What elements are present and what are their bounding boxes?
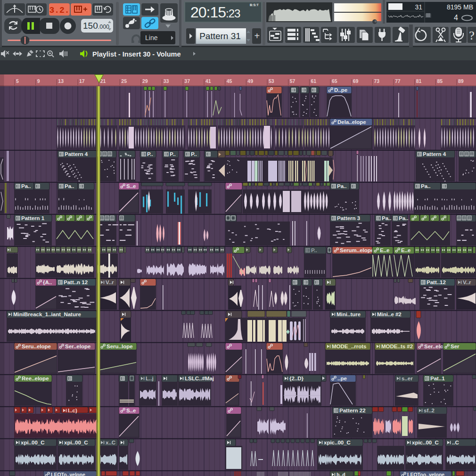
svg-text:..pe: ..pe	[337, 376, 347, 381]
svg-text:Mini..e #2: Mini..e #2	[377, 312, 402, 317]
svg-text:5: 5	[16, 78, 19, 84]
svg-text:P..: P..	[191, 151, 197, 157]
svg-text:L..j: L..j	[146, 376, 154, 381]
svg-text:E..e: E..e	[380, 247, 389, 253]
svg-text:LEOTo..velope: LEOTo..velope	[51, 472, 85, 476]
svg-text:E..e: E..e	[401, 247, 410, 253]
svg-text:69: 69	[353, 78, 359, 84]
svg-text:Pat..1: Pat..1	[430, 376, 445, 381]
svg-text:Pattern 3: Pattern 3	[337, 215, 360, 221]
svg-text:3.2.: 3.2.	[49, 6, 69, 15]
svg-text:Pa..: Pa..	[399, 215, 408, 221]
svg-text:49: 49	[247, 78, 253, 84]
svg-text:85: 85	[437, 78, 443, 84]
svg-text:Serum..elope: Serum..elope	[340, 247, 374, 253]
svg-text:MODE_..rrots: MODE_..rrots	[332, 344, 367, 349]
svg-text:Dela..elope: Dela..elope	[337, 119, 366, 125]
svg-text:29: 29	[142, 78, 148, 84]
svg-text:Pattern 4: Pattern 4	[65, 151, 88, 157]
svg-text:..C: ..C	[452, 440, 459, 445]
svg-text:x..C: x..C	[106, 440, 115, 445]
svg-text:77: 77	[395, 78, 401, 84]
svg-text:81: 81	[416, 78, 422, 84]
svg-text:33: 33	[164, 78, 169, 84]
svg-text:I..c): I..c)	[68, 408, 77, 413]
svg-text:31: 31	[415, 3, 422, 11]
svg-text:LSLC..#Maj: LSLC..#Maj	[185, 376, 214, 381]
svg-text:Mini..ture: Mini..ture	[336, 312, 361, 317]
svg-text:V..r: V..r	[106, 279, 114, 285]
svg-text:9: 9	[37, 78, 40, 84]
svg-text:Pa..: Pa..	[421, 183, 430, 189]
svg-text:sf..2: sf..2	[424, 408, 435, 413]
svg-text:65: 65	[332, 78, 337, 84]
svg-text:P..: P..	[311, 247, 317, 253]
svg-text:V..r: V..r	[463, 279, 471, 285]
svg-text:Ser: Ser	[451, 344, 460, 349]
svg-text:MODE..ts #2: MODE..ts #2	[381, 344, 413, 349]
svg-text:D..pe: D..pe	[334, 87, 347, 93]
svg-text:Seru..elope: Seru..elope	[22, 344, 51, 349]
svg-text:73: 73	[374, 78, 379, 84]
svg-text:+: +	[254, 31, 260, 41]
svg-text:Pattern 31: Pattern 31	[199, 31, 241, 41]
svg-text:MiniBreack_1..iant_Nature: MiniBreack_1..iant_Nature	[13, 312, 81, 317]
svg-text:b..d: b..d	[336, 472, 345, 476]
svg-text:89: 89	[458, 78, 464, 84]
svg-text:xpi..00_C: xpi..00_C	[21, 440, 45, 445]
svg-text:{2..D}: {2..D}	[289, 376, 304, 381]
svg-text:S..e: S..e	[126, 408, 136, 413]
svg-text:8195 MB: 8195 MB	[447, 3, 473, 11]
svg-text:xpi..00_C: xpi..00_C	[64, 440, 88, 445]
svg-text:Pa..: Pa..	[65, 183, 74, 189]
svg-text:13: 13	[58, 78, 64, 84]
svg-text:25: 25	[121, 78, 127, 84]
svg-text:LEOToo..velope: LEOToo..velope	[407, 472, 444, 476]
svg-text:P..: P..	[147, 151, 153, 157]
svg-text:4: 4	[454, 14, 458, 22]
svg-text:{A..: {A..	[43, 279, 52, 285]
svg-text:B:S:T: B:S:T	[250, 3, 259, 7]
svg-text:17: 17	[79, 78, 85, 84]
svg-text:xpic..00_C: xpic..00_C	[412, 440, 439, 445]
svg-text:Pa..: Pa..	[337, 183, 346, 189]
svg-text:S..e: S..e	[126, 183, 136, 189]
svg-text:Ser..elope: Ser..elope	[65, 344, 90, 349]
svg-text:Pattern 22: Pattern 22	[339, 408, 366, 413]
svg-text:?: ?	[469, 29, 475, 42]
svg-text:xpic..00_C: xpic..00_C	[324, 440, 351, 445]
svg-text:Patt..n 12: Patt..n 12	[64, 279, 88, 285]
svg-text:P..: P..	[170, 151, 176, 157]
svg-text:Pattern 4: Pattern 4	[423, 151, 446, 157]
svg-text:57: 57	[290, 78, 295, 84]
svg-text:Seru..lope: Seru..lope	[107, 344, 133, 349]
svg-text:Patt..12: Patt..12	[427, 279, 446, 285]
svg-text:Pattern 1: Pattern 1	[21, 215, 45, 221]
svg-text:Pa..: Pa..	[21, 183, 31, 189]
svg-text:s..er: s..er	[402, 376, 413, 381]
svg-text:61: 61	[311, 78, 316, 84]
svg-text:41: 41	[205, 78, 211, 84]
svg-text:53: 53	[269, 78, 274, 84]
svg-text:37: 37	[184, 78, 190, 84]
svg-text:Line: Line	[145, 34, 158, 41]
svg-text:Ree..elope: Ree..elope	[22, 376, 49, 381]
svg-text:Pa..: Pa..	[382, 215, 391, 221]
svg-text:45: 45	[227, 78, 232, 84]
svg-text:Playlist - Insert 30 - Volume: Playlist - Insert 30 - Volume	[92, 50, 181, 58]
